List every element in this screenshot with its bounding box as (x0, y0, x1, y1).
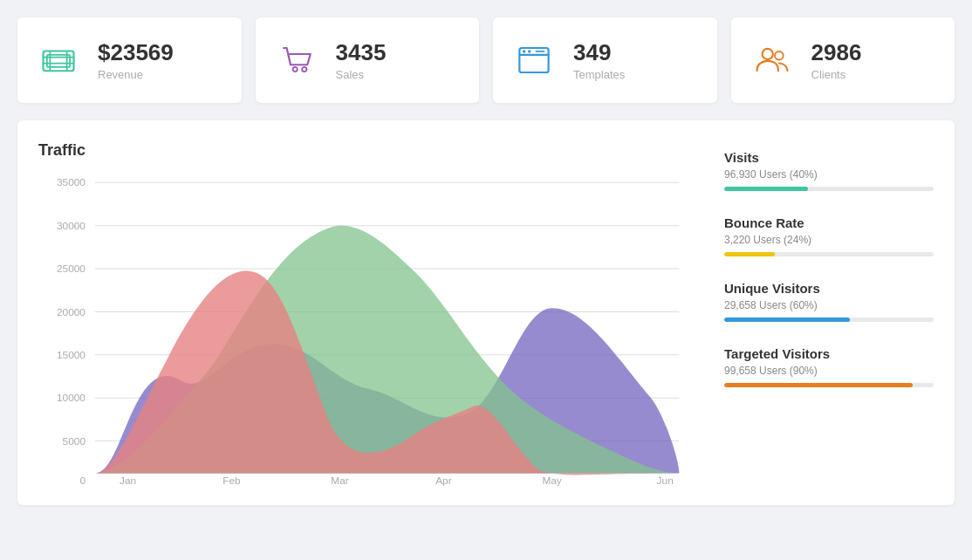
people-icon (749, 37, 796, 84)
chart-container: 35000 30000 25000 20000 15000 10000 5000… (38, 174, 698, 488)
traffic-chart: 35000 30000 25000 20000 15000 10000 5000… (38, 174, 698, 488)
svg-text:15000: 15000 (57, 349, 86, 360)
svg-text:0: 0 (79, 475, 86, 486)
stat-item-bounce-rate: Bounce Rate 3,220 Users (24%) (724, 215, 934, 256)
unique-visitors-sub: 29,658 Users (60%) (724, 299, 934, 311)
svg-text:30000: 30000 (57, 220, 86, 231)
visits-progress-fill (724, 187, 808, 191)
svg-point-7 (302, 67, 306, 72)
sales-value: 3435 (336, 39, 387, 66)
stat-item-unique-visitors: Unique Visitors 29,658 Users (60%) (724, 281, 934, 322)
visits-sub: 96,930 Users (40%) (724, 168, 934, 181)
svg-text:35000: 35000 (57, 177, 86, 188)
targeted-visitors-sub: 99,658 Users (90%) (724, 365, 934, 377)
money-icon (35, 37, 82, 84)
svg-text:20000: 20000 (57, 306, 86, 318)
chart-title: Traffic (38, 141, 698, 160)
stat-card-templates: 349 Templates (493, 17, 717, 103)
stat-text-sales: 3435 Sales (336, 39, 387, 81)
svg-point-13 (762, 49, 772, 59)
svg-point-14 (775, 51, 784, 60)
svg-point-10 (523, 50, 526, 53)
stat-item-targeted-visitors: Targeted Visitors 99,658 Users (90%) (724, 346, 934, 387)
svg-text:Jan: Jan (120, 475, 136, 486)
bounce-rate-progress-bg (724, 252, 934, 256)
visits-progress-bg (724, 187, 934, 191)
stat-text-revenue: $23569 Revenue (98, 39, 174, 81)
templates-value: 349 (573, 39, 625, 66)
svg-text:5000: 5000 (63, 435, 86, 447)
sales-label: Sales (336, 68, 387, 81)
svg-text:Feb: Feb (222, 475, 240, 486)
svg-text:25000: 25000 (57, 263, 86, 274)
stats-panel: Visits 96,930 Users (40%) Bounce Rate 3,… (724, 141, 934, 488)
stat-item-visits: Visits 96,930 Users (40%) (724, 150, 934, 191)
bounce-rate-progress-fill (724, 252, 775, 256)
svg-point-6 (292, 67, 297, 72)
targeted-visitors-title: Targeted Visitors (724, 346, 934, 361)
stat-card-revenue: $23569 Revenue (17, 17, 242, 103)
stats-row: $23569 Revenue 3435 Sales (17, 17, 955, 103)
svg-text:May: May (542, 475, 562, 486)
stat-text-templates: 349 Templates (573, 39, 625, 81)
main-section: Traffic 35000 30000 25000 20000 15000 10… (17, 120, 955, 505)
svg-text:10000: 10000 (57, 393, 86, 404)
targeted-visitors-progress-bg (724, 383, 934, 387)
stat-card-sales: 3435 Sales (256, 17, 480, 103)
bounce-rate-title: Bounce Rate (724, 215, 934, 230)
unique-visitors-progress-fill (724, 318, 850, 322)
revenue-label: Revenue (98, 68, 174, 81)
chart-area: Traffic 35000 30000 25000 20000 15000 10… (38, 141, 698, 488)
stat-text-clients: 2986 Clients (811, 39, 862, 81)
svg-text:Apr: Apr (435, 475, 452, 486)
templates-label: Templates (573, 68, 625, 81)
unique-visitors-title: Unique Visitors (724, 281, 934, 296)
targeted-visitors-progress-fill (724, 383, 913, 387)
clients-label: Clients (811, 68, 862, 81)
browser-icon (510, 37, 558, 84)
bounce-rate-sub: 3,220 Users (24%) (724, 234, 934, 246)
svg-text:Jun: Jun (657, 475, 674, 486)
stat-card-clients: 2986 Clients (731, 17, 955, 103)
svg-point-11 (528, 50, 531, 53)
unique-visitors-progress-bg (724, 318, 934, 322)
visits-title: Visits (724, 150, 934, 165)
revenue-value: $23569 (98, 39, 174, 66)
svg-text:Mar: Mar (331, 475, 349, 486)
clients-value: 2986 (811, 39, 862, 66)
cart-icon (273, 37, 320, 84)
